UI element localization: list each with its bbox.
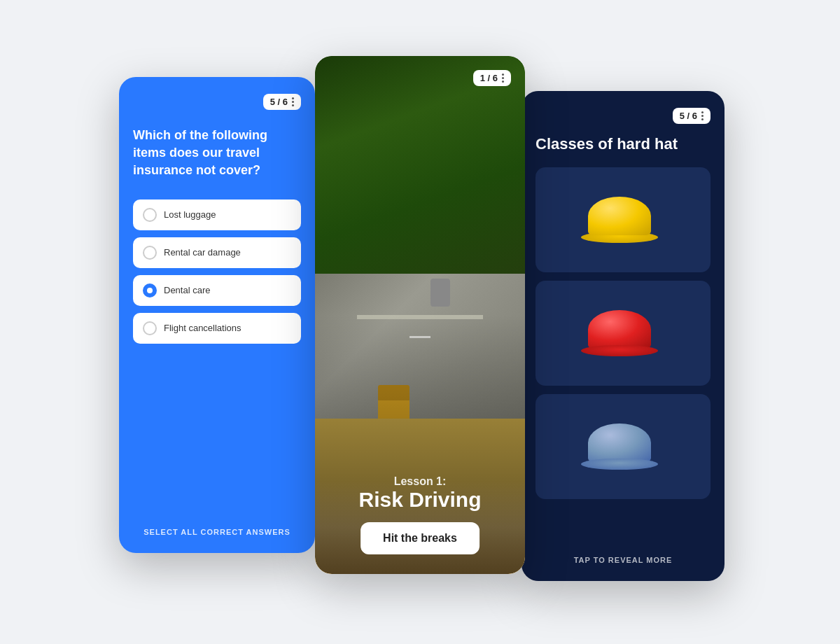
radio-flight-cancellations	[143, 321, 157, 335]
forest-top	[315, 56, 525, 289]
option-flight-cancellations[interactable]: Flight cancellations	[133, 313, 301, 344]
quiz-menu-icon[interactable]	[292, 97, 294, 106]
option-lost-luggage[interactable]: Lost luggage	[133, 200, 301, 230]
lesson-card: 1 / 6 Lesson 1: Risk Driving Hit the bre…	[315, 56, 525, 574]
red-hat-icon	[588, 310, 658, 356]
blue-hat-dome	[588, 424, 651, 462]
hardhat-progress: 5 / 6	[680, 111, 697, 121]
lesson-menu-icon[interactable]	[502, 74, 504, 83]
option-dental-care-label: Dental care	[164, 285, 210, 295]
radio-lost-luggage	[143, 208, 157, 222]
scene: 5 / 6 Which of the following items does …	[105, 35, 735, 609]
quiz-card: 5 / 6 Which of the following items does …	[119, 77, 315, 553]
radio-rental-car	[143, 246, 157, 260]
hardhat-card: 5 / 6 Classes of hard hat	[522, 91, 724, 581]
option-lost-luggage-label: Lost luggage	[164, 209, 216, 220]
radio-dental-care	[143, 284, 157, 298]
quiz-question: Which of the following items does our tr…	[133, 127, 301, 180]
hardhat-menu-icon[interactable]	[701, 111, 704, 120]
quiz-progress: 5 / 6	[270, 97, 288, 107]
red-hat-brim	[581, 345, 658, 356]
vehicle-car	[430, 279, 450, 307]
lesson-title-area: Lesson 1: Risk Driving	[315, 475, 525, 511]
options-list: Lost luggage Rental car damage Dental ca…	[133, 200, 301, 514]
cta-button[interactable]: Hit the breaks	[360, 522, 479, 554]
lesson-background: 1 / 6 Lesson 1: Risk Driving Hit the bre…	[315, 56, 525, 574]
hat-card-red[interactable]	[536, 281, 710, 386]
quiz-card-header: 5 / 6	[133, 94, 301, 110]
option-rental-car-label: Rental car damage	[164, 247, 241, 258]
lesson-progress: 1 / 6	[480, 73, 498, 83]
tap-reveal-label: TAP TO REVEAL MORE	[536, 556, 710, 564]
hat-cards-list	[536, 167, 710, 545]
lesson-badge: 1 / 6	[473, 70, 511, 86]
hardhat-title: Classes of hard hat	[536, 135, 710, 153]
lesson-subtitle: Lesson 1:	[329, 475, 511, 488]
hat-card-blue[interactable]	[536, 394, 710, 499]
option-flight-cancellations-label: Flight cancellations	[164, 323, 241, 333]
blue-hat-icon	[588, 424, 658, 470]
select-all-label: SELECT ALL CORRECT ANSWERS	[133, 528, 301, 536]
lesson-title: Risk Driving	[329, 488, 511, 511]
red-hat-dome	[588, 310, 651, 349]
hardhat-card-header: 5 / 6	[536, 108, 710, 124]
quiz-badge: 5 / 6	[263, 94, 301, 110]
hardhat-badge: 5 / 6	[673, 108, 710, 124]
yellow-hat-icon	[588, 197, 658, 243]
blue-hat-brim	[581, 458, 658, 470]
cta-label: Hit the breaks	[383, 532, 457, 544]
yellow-hat-dome	[588, 197, 651, 235]
option-dental-care[interactable]: Dental care	[133, 275, 301, 306]
option-rental-car[interactable]: Rental car damage	[133, 237, 301, 268]
hat-card-yellow[interactable]	[536, 167, 710, 272]
